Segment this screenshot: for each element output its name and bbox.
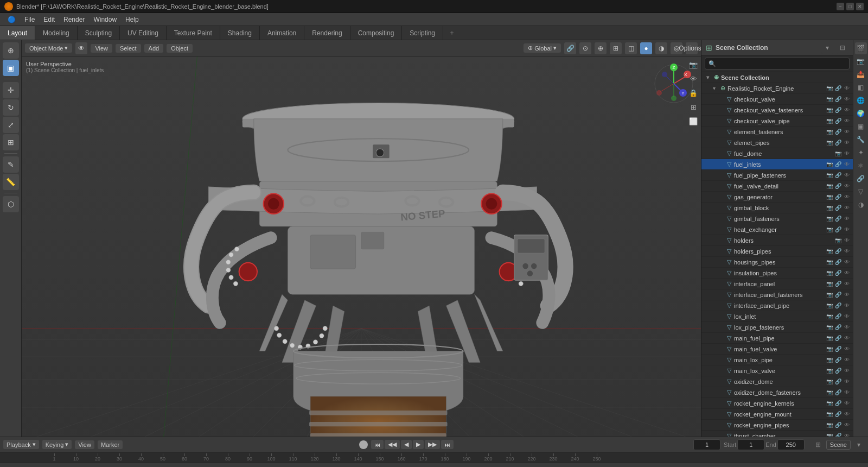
link-icon[interactable]: 🔗 (834, 204, 842, 212)
hide-icon[interactable]: 👁 (843, 411, 851, 418)
hide-icon[interactable]: 👁 (843, 128, 851, 136)
playback-record-button[interactable] (359, 440, 368, 449)
link-icon[interactable]: 🔗 (834, 313, 842, 320)
frame-all-button[interactable]: ⬜ (687, 115, 699, 127)
camera-icon[interactable]: 📷 (826, 248, 833, 255)
play-button[interactable]: ▶ (413, 440, 424, 449)
camera-icon[interactable]: 📷 (826, 302, 833, 310)
outliner-item-interface-panel-fasteners[interactable]: ▽ interface_panel_fasteners 📷 🔗 👁 (701, 289, 853, 300)
object-menu[interactable]: Object (167, 44, 193, 53)
solid-mode-button[interactable]: ● (640, 42, 652, 54)
tab-scripting[interactable]: Scripting (402, 26, 443, 40)
lock-camera-button[interactable]: 🔒 (687, 87, 699, 99)
cursor-tool-button[interactable]: ⊕ (3, 42, 19, 59)
fly-mode-button[interactable]: 👁 (687, 73, 699, 85)
object-mode-button[interactable]: Object Mode ▾ (25, 43, 72, 53)
outliner-item-rocket-engine-kernels[interactable]: ▽ rocket_engine_kernels 📷 🔗 👁 (701, 398, 853, 409)
hide-icon[interactable]: 👁 (843, 302, 851, 310)
scene-collection-row[interactable]: ▾ ⊕ Scene Collection (701, 72, 853, 83)
hide-icon[interactable]: 👁 (843, 313, 851, 320)
hide-icon[interactable]: 👁 (843, 400, 851, 407)
camera-icon[interactable]: 📷 (826, 378, 833, 386)
link-action-icon[interactable]: 🔗 (834, 85, 842, 92)
hide-icon[interactable]: 👁 (843, 237, 851, 244)
outliner-item-fuel-dome[interactable]: ▽ fuel_dome 📷 👁 (701, 148, 853, 159)
show-overlays-button[interactable]: ⊞ (610, 42, 622, 54)
link-icon[interactable]: 🔗 (834, 128, 842, 136)
link-icon[interactable]: 🔗 (834, 161, 842, 168)
prev-frame-button[interactable]: ◀ (401, 440, 412, 449)
camera-icon[interactable]: 📷 (826, 182, 833, 190)
hide-icon[interactable]: 👁 (843, 117, 851, 125)
jump-start-button[interactable]: ⏮ (371, 440, 384, 449)
outliner-item-housings-pipes[interactable]: ▽ housings_pipes 📷 🔗 👁 (701, 257, 853, 268)
hide-icon[interactable]: 👁 (843, 150, 851, 157)
render-properties-button[interactable]: 📷 (855, 55, 867, 67)
camera-icon[interactable]: 📷 (826, 345, 833, 353)
hide-icon[interactable]: 👁 (843, 389, 851, 396)
current-frame-input[interactable]: 1 (693, 439, 720, 450)
link-icon[interactable]: 🔗 (834, 139, 842, 147)
end-frame-input[interactable]: 250 (777, 439, 805, 450)
playback-button[interactable]: Playback ▾ (3, 440, 39, 449)
outliner-search-input[interactable] (705, 58, 850, 70)
tab-texture-paint[interactable]: Texture Paint (167, 26, 220, 40)
start-frame-input[interactable]: 1 (737, 439, 764, 450)
camera-icon[interactable]: 📷 (826, 215, 833, 223)
hide-icon[interactable]: 👁 (843, 269, 851, 277)
outliner-item-rocket-engine-mount[interactable]: ▽ rocket_engine_mount 📷 🔗 👁 (701, 409, 853, 420)
camera-icon[interactable]: 📷 (826, 335, 833, 342)
outliner-item-holders-pipes[interactable]: ▽ holders_pipes 📷 🔗 👁 (701, 246, 853, 257)
outliner-item-fuel-pipe-fasteners[interactable]: ▽ fuel_pipe_fasteners 📷 🔗 👁 (701, 170, 853, 181)
rocket-engine-collection-row[interactable]: ▾ ⊕ Realistic_Rocket_Engine 📷 🔗 👁 (701, 83, 853, 94)
tab-compositing[interactable]: Compositing (350, 26, 403, 40)
transform-tool-button[interactable]: ⊞ (3, 134, 19, 150)
scale-tool-button[interactable]: ⤢ (3, 117, 19, 133)
hide-icon[interactable]: 👁 (843, 161, 851, 168)
xray-button[interactable]: ◫ (625, 42, 637, 54)
camera-icon[interactable]: 📷 (826, 389, 833, 396)
outliner-item-gimbal-block[interactable]: ▽ gimbal_block 📷 🔗 👁 (701, 203, 853, 213)
expand-icon[interactable]: ▾ (710, 85, 718, 92)
hide-icon[interactable]: 👁 (843, 204, 851, 212)
hide-icon[interactable]: 👁 (843, 421, 851, 429)
view-all-button[interactable]: ⊞ (687, 101, 699, 113)
outliner-item-lox-inlet[interactable]: ▽ lox_inlet 📷 🔗 👁 (701, 311, 853, 322)
hide-icon[interactable]: 👁 (843, 139, 851, 147)
menu-window[interactable]: Window (89, 15, 121, 24)
hide-icon[interactable]: 👁 (843, 248, 851, 255)
select-menu[interactable]: Select (116, 44, 141, 53)
link-icon[interactable]: 🔗 (834, 106, 842, 114)
outliner-item-main-fuel-pipe[interactable]: ▽ main_fuel_pipe 📷 🔗 👁 (701, 333, 853, 344)
link-icon[interactable]: 🔗 (834, 215, 842, 223)
link-icon[interactable]: 🔗 (834, 324, 842, 331)
properties-right-button[interactable]: ⊞ (812, 439, 824, 451)
hide-icon[interactable]: 👁 (843, 193, 851, 201)
scene-prop-button[interactable]: 🌐 (855, 94, 867, 106)
camera-icon[interactable]: 📷 (826, 280, 833, 288)
view-layer-properties-button[interactable]: ◧ (855, 81, 867, 93)
outliner-item-rocket-engine-pipes[interactable]: ▽ rocket_engine_pipes 📷 🔗 👁 (701, 420, 853, 431)
camera-icon[interactable]: 📷 (826, 324, 833, 331)
tab-animation[interactable]: Animation (260, 26, 304, 40)
camera-icon[interactable]: 📷 (826, 117, 833, 125)
hide-icon[interactable]: 👁 (843, 356, 851, 364)
outliner-item-checkout-valve[interactable]: ▽ checkout_valve 📷 🔗 👁 (701, 94, 853, 105)
link-icon[interactable]: 🔗 (834, 335, 842, 342)
hide-icon[interactable]: 👁 (843, 215, 851, 223)
tab-modeling[interactable]: Modeling (35, 26, 78, 40)
menu-render[interactable]: Render (59, 15, 89, 24)
outliner-item-interface-panel-pipe[interactable]: ▽ interface_panel_pipe 📷 🔗 👁 (701, 300, 853, 311)
camera-icon[interactable]: 📷 (826, 291, 833, 299)
minimize-button[interactable]: − (837, 3, 844, 10)
camera-icon[interactable]: 📷 (826, 356, 833, 364)
options-button[interactable]: Options ▾ (686, 42, 698, 54)
link-icon[interactable]: 🔗 (834, 356, 842, 364)
outliner-item-main-fuel-valve[interactable]: ▽ main_fuel_valve 📷 🔗 👁 (701, 344, 853, 355)
camera-action-icon[interactable]: 📷 (826, 85, 833, 92)
constraints-properties-button[interactable]: 🔗 (855, 173, 867, 185)
link-icon[interactable]: 🔗 (834, 269, 842, 277)
view-button[interactable]: 👁 (75, 42, 87, 54)
outliner-item-interface-panel[interactable]: ▽ interface_panel 📷 🔗 👁 (701, 279, 853, 289)
view-button[interactable]: View (75, 440, 94, 449)
